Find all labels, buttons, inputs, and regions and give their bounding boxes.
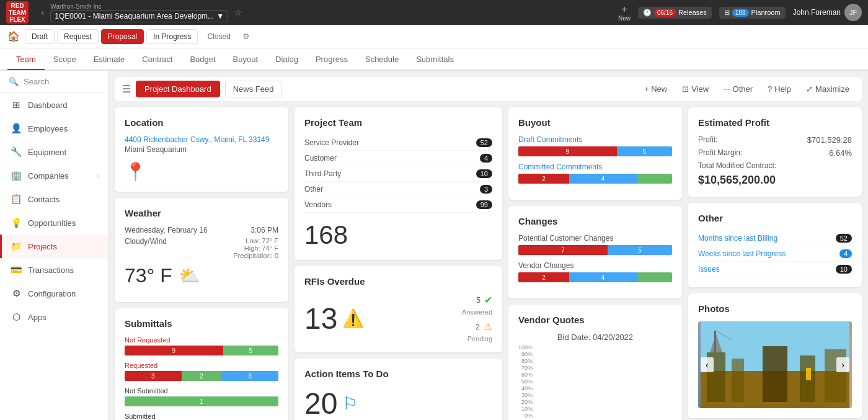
maximize-action[interactable]: ⤢ Maximize [801, 82, 854, 96]
tab-contract[interactable]: Contract [133, 50, 181, 70]
settings-icon[interactable]: ⚙ [242, 32, 250, 41]
tab-team[interactable]: Team [7, 50, 45, 70]
logo: REDTEAMFLEX [6, 1, 29, 24]
photo-next-button[interactable]: › [836, 357, 849, 372]
vendor-changes-bar: 2 4 [518, 272, 672, 282]
sidebar-item-configuration[interactable]: ⚙ Configuration [0, 282, 108, 305]
tab-submittals[interactable]: Submittals [407, 50, 463, 70]
sidebar-item-dashboard[interactable]: ⊞ Dashboard [0, 93, 108, 117]
tab-budget[interactable]: Budget [181, 50, 224, 70]
clock-icon: 🕐 [643, 9, 652, 17]
sidebar-item-transactions[interactable]: 💳 Transactions [0, 258, 108, 282]
view-action[interactable]: ⊡ View [677, 82, 714, 96]
help-action[interactable]: ? Help [763, 82, 796, 96]
location-name: Miami Seaquarium [125, 145, 278, 154]
grid-icon: ⊞ [724, 9, 730, 17]
sidebar-item-companies[interactable]: 🏢 Companies › [0, 164, 108, 187]
submittal-bar-2: 1 [125, 396, 278, 406]
hamburger-icon[interactable]: ☰ [122, 83, 131, 95]
location-card: Location 4400 Rickenbacker Cswy., Miami,… [115, 107, 288, 192]
planroom-button[interactable]: ⊞ 108 Planroom [719, 7, 786, 19]
new-button[interactable]: + New [618, 4, 631, 22]
transactions-icon: 💳 [11, 264, 22, 275]
project-dropdown[interactable]: 1QE0001 - Miami Seaquarium Area Developm… [50, 10, 228, 22]
user-menu[interactable]: John Foreman JF [793, 4, 862, 21]
toolbar-right: + New ⊡ View ··· Other ? Help ⤢ Maximize [639, 82, 854, 96]
issues-badge: 10 [836, 265, 852, 274]
status-tab-proposal[interactable]: Proposal [101, 29, 144, 44]
favorite-star-icon[interactable]: ☆ [234, 7, 242, 17]
status-tab-request[interactable]: Request [57, 29, 99, 44]
sub-nav: Team Scope Estimate Contract Budget Buyo… [0, 48, 868, 71]
rfis-count: 13 ⚠️ [304, 302, 364, 336]
home-icon[interactable]: 🏠 [7, 30, 20, 42]
contract-value: $10,565,200.00 [698, 174, 852, 187]
tab-progress[interactable]: Progress [307, 50, 356, 70]
check-icon: ✔ [484, 294, 492, 306]
other-title: Other [698, 213, 852, 223]
customer-changes-bar: 7 5 [518, 245, 672, 255]
sidebar-item-contacts[interactable]: 📋 Contacts [0, 187, 108, 211]
svg-rect-8 [714, 331, 716, 352]
sidebar-item-apps[interactable]: ⬡ Apps [0, 305, 108, 329]
releases-button[interactable]: 🕐 06/16 Releases [638, 7, 712, 19]
sidebar-item-employees[interactable]: 👤 Employees [0, 117, 108, 140]
rfis-pending: 2 ⚠ [462, 321, 492, 333]
other-row-billing: Months since last Billing 52 [698, 231, 852, 246]
tab-schedule[interactable]: Schedule [356, 50, 407, 70]
company-name: Warthon-Smith Inc [50, 3, 228, 10]
project-team-card: Project Team Service Provider 52 Custome… [294, 107, 502, 260]
content-toolbar: ☰ Project Dashboard News Feed + New ⊡ Vi… [115, 77, 862, 101]
contract-label-row: Total Modified Contract: [698, 161, 852, 170]
new-action[interactable]: + New [639, 82, 672, 96]
location-address[interactable]: 4400 Rickenbacker Cswy., Miami, FL 33149 [125, 135, 278, 144]
issues-link[interactable]: Issues [698, 265, 720, 274]
weather-time: 3:06 PM [250, 226, 278, 235]
draft-commitments-label[interactable]: Draft Commitments [518, 135, 672, 144]
tab-buyout[interactable]: Buyout [224, 50, 267, 70]
chevron-right-icon: › [97, 172, 99, 179]
weather-details: Low: 72° F High: 74° F Precipitation: 0 [233, 237, 278, 259]
companies-icon: 🏢 [11, 170, 22, 181]
submittals-card: Submittals Not Requested 9 5 Requested 3… [115, 308, 288, 420]
sidebar-search[interactable]: 🔍 Search [0, 71, 108, 93]
logo-icon: REDTEAMFLEX [6, 1, 29, 24]
photos-title: Photos [698, 303, 852, 314]
sidebar: 🔍 Search ⊞ Dashboard 👤 Employees 🔧 Equip… [0, 71, 108, 420]
project-dashboard-button[interactable]: Project Dashboard [136, 81, 220, 97]
nav-back-arrow[interactable]: ‹ [41, 7, 44, 18]
other-action[interactable]: ··· Other [719, 82, 758, 96]
pending-icon: ⚠ [484, 321, 492, 333]
tab-scope[interactable]: Scope [45, 50, 85, 70]
committed-commitments-label[interactable]: Committed Commitments [518, 163, 672, 171]
rfis-title: RFIs Overdue [304, 276, 492, 287]
col-mid2: Buyout Draft Commitments 9 5 Committed C… [508, 107, 682, 420]
project-team-title: Project Team [304, 117, 492, 128]
apps-icon: ⬡ [11, 311, 22, 323]
submittal-label-0: Not Requested [125, 336, 278, 344]
action-items-card: Action Items To Do 20 ⚐ [294, 359, 502, 420]
status-tab-inprogress[interactable]: In Progress [146, 29, 198, 44]
team-row-service-provider: Service Provider 52 [304, 135, 492, 151]
progress-link[interactable]: Weeks since last Progress [698, 249, 786, 258]
tab-estimate[interactable]: Estimate [85, 50, 134, 70]
status-tab-draft[interactable]: Draft [25, 29, 55, 44]
svg-rect-3 [732, 359, 744, 402]
releases-badge: 06/16 [654, 9, 676, 17]
team-row-thirdparty: Third-Party 10 [304, 166, 492, 182]
sidebar-item-opportunities[interactable]: 💡 Opportunities [0, 211, 108, 235]
sidebar-item-projects[interactable]: 📁 Projects [0, 235, 108, 258]
photo-prev-button[interactable]: ‹ [701, 357, 714, 372]
tab-dialog[interactable]: Dialog [267, 50, 307, 70]
news-feed-button[interactable]: News Feed [225, 81, 282, 97]
other-row-issues: Issues 10 [698, 262, 852, 277]
status-tab-closed[interactable]: Closed [200, 29, 237, 44]
submittal-bar-0: 9 5 [125, 346, 278, 355]
alert-icon: ⚠️ [342, 308, 364, 329]
weather-low: Low: 72° F [233, 237, 278, 244]
col-right: Estimated Profit Profit: $701,529.28 Pro… [688, 107, 862, 420]
sidebar-item-equipment[interactable]: 🔧 Equipment [0, 140, 108, 164]
billing-link[interactable]: Months since last Billing [698, 234, 777, 243]
vendor-chart [535, 347, 560, 420]
svg-rect-10 [806, 368, 811, 380]
